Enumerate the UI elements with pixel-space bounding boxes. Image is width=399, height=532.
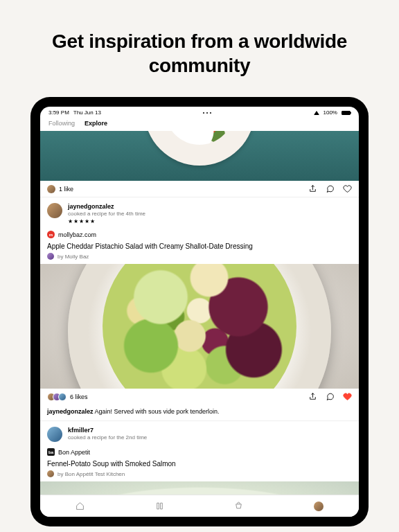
- caption-text: Again! Served with sous vide pork tender…: [94, 408, 220, 415]
- source-badge-icon: m: [47, 231, 55, 238]
- collections-icon[interactable]: [155, 502, 164, 511]
- likes-count[interactable]: 1 like: [59, 186, 73, 193]
- tablet-frame: 3:59 PM Thu Jun 13 100% Following Explor…: [30, 97, 369, 526]
- battery-percent: 100%: [323, 109, 337, 116]
- source-badge-icon: ba: [47, 448, 55, 456]
- author-avatar[interactable]: [47, 470, 54, 477]
- recipe-source[interactable]: m mollybaz.com: [40, 224, 359, 238]
- by-prefix: by: [57, 254, 65, 260]
- likes-count[interactable]: 6 likes: [70, 393, 88, 400]
- source-text: mollybaz.com: [58, 231, 96, 238]
- post-header: kfmiller7 cooked a recipe for the 2nd ti…: [40, 421, 359, 442]
- app-screen: 3:59 PM Thu Jun 13 100% Following Explor…: [40, 107, 359, 517]
- battery-icon: [342, 111, 351, 115]
- salad-graphic: [103, 264, 296, 389]
- share-icon[interactable]: [308, 392, 317, 401]
- recipe-byline: by Molly Baz: [40, 251, 359, 264]
- recipe-byline: by Bon Appétit Test Kitchen: [40, 469, 359, 481]
- comment-icon[interactable]: [326, 184, 335, 193]
- heart-icon[interactable]: [343, 184, 352, 193]
- author-name[interactable]: Molly Baz: [65, 254, 89, 260]
- recipe-source[interactable]: ba Bon Appetit: [40, 442, 359, 456]
- user-avatar[interactable]: [47, 427, 62, 442]
- post-caption: jaynedgonzalez Again! Served with sous v…: [40, 405, 359, 420]
- author-name[interactable]: Bon Appétit Test Kitchen: [65, 471, 125, 477]
- bottom-nav: [40, 495, 359, 517]
- post-action-row: 6 likes: [40, 389, 359, 405]
- user-avatar[interactable]: [47, 203, 62, 218]
- user-name[interactable]: kfmiller7: [68, 427, 147, 434]
- heart-icon[interactable]: [343, 392, 352, 401]
- status-bar: 3:59 PM Thu Jun 13 100%: [40, 107, 359, 117]
- food-plate-graphic: [144, 131, 255, 166]
- home-icon[interactable]: [76, 502, 85, 511]
- post-image[interactable]: [40, 131, 359, 181]
- recipe-title[interactable]: Apple Cheddar Pistachio Salad with Cream…: [40, 238, 359, 251]
- tab-explore[interactable]: Explore: [85, 120, 107, 127]
- user-name[interactable]: jaynedgonzalez: [68, 203, 145, 210]
- caption-user[interactable]: jaynedgonzalez: [47, 408, 94, 415]
- marketing-headline: Get inspiration from a worldwide communi…: [0, 0, 399, 97]
- post-subtitle: cooked a recipe for the 2nd time: [68, 434, 147, 441]
- liker-avatar[interactable]: [47, 185, 55, 193]
- post-action-row: 1 like: [40, 181, 359, 197]
- multitask-dots-icon: [203, 112, 211, 114]
- post-image[interactable]: [40, 481, 359, 495]
- feed-scroll[interactable]: 1 like jaynedgonzalez cooked a recipe fo…: [40, 131, 359, 495]
- feed-post: jaynedgonzalez cooked a recipe for the 4…: [40, 197, 359, 420]
- tab-following[interactable]: Following: [48, 120, 75, 127]
- post-header: jaynedgonzalez cooked a recipe for the 4…: [40, 197, 359, 224]
- post-subtitle: cooked a recipe for the 4th time: [68, 211, 145, 217]
- rating-stars: ★★★★★: [68, 218, 145, 224]
- profile-avatar[interactable]: [314, 502, 323, 511]
- status-date: Thu Jun 13: [73, 109, 101, 116]
- recipe-title[interactable]: Fennel-Potato Soup with Smoked Salmon: [40, 456, 359, 469]
- share-icon[interactable]: [308, 184, 317, 193]
- liker-avatars[interactable]: [47, 393, 66, 401]
- cart-icon[interactable]: [234, 502, 243, 511]
- wifi-icon: [314, 111, 319, 115]
- post-image[interactable]: [40, 264, 359, 389]
- status-time: 3:59 PM: [48, 109, 69, 116]
- feed-tabs: Following Explore: [40, 117, 359, 131]
- feed-post: kfmiller7 cooked a recipe for the 2nd ti…: [40, 420, 359, 495]
- source-text: Bon Appetit: [58, 449, 90, 456]
- comment-icon[interactable]: [326, 392, 335, 401]
- author-avatar[interactable]: [47, 253, 54, 260]
- by-prefix: by: [57, 471, 65, 477]
